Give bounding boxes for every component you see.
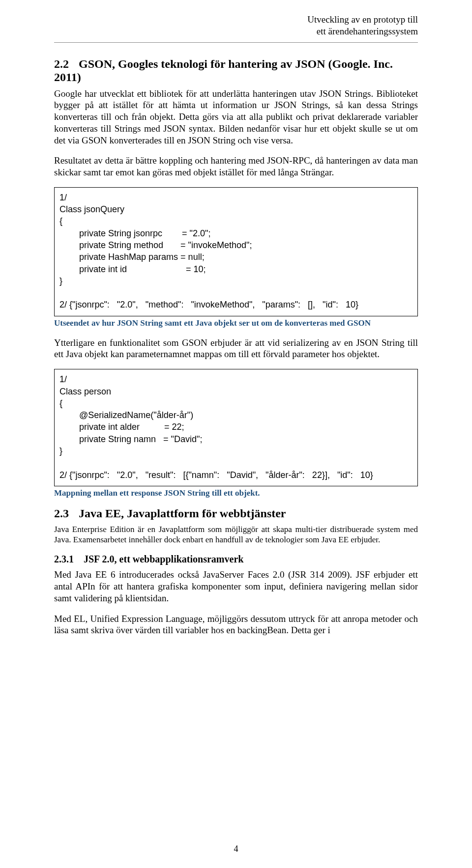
section-2-3-1-heading: 2.3.1JSF 2.0, ett webbapplikationsramver… bbox=[54, 554, 418, 565]
code-box-person: 1/ Class person { @SerializedName("ålder… bbox=[54, 369, 418, 486]
section-title: GSON, Googles teknologi för hantering av… bbox=[54, 57, 393, 84]
header-line-1: Utveckling av en prototyp till bbox=[54, 14, 418, 26]
section-2-3-1-paragraph-1: Med Java EE 6 introducerades också JavaS… bbox=[54, 569, 418, 604]
code-box-jsonquery: 1/ Class jsonQuery { private String json… bbox=[54, 187, 418, 316]
section-2-2-paragraph-2: Resultatet av detta är bättre koppling o… bbox=[54, 155, 418, 178]
section-number: 2.2 bbox=[54, 57, 69, 71]
header-rule bbox=[54, 42, 418, 43]
section-2-2-heading: 2.2GSON, Googles teknologi för hantering… bbox=[54, 57, 418, 84]
section-2-2-paragraph-1: Google har utvecklat ett bibliotek för a… bbox=[54, 88, 418, 146]
page-header: Utveckling av en prototyp till ett ärend… bbox=[54, 14, 418, 37]
code-caption-2: Mappning mellan ett response JSON String… bbox=[54, 488, 418, 498]
page-number: 4 bbox=[0, 844, 472, 854]
subsection-title: JSF 2.0, ett webbapplikationsramverk bbox=[84, 554, 243, 564]
section-2-3-heading: 2.3Java EE, Javaplattform för webbtjänst… bbox=[54, 507, 418, 520]
section-2-3-intro: Java Enterprise Edition är en Javaplattf… bbox=[54, 524, 418, 545]
section-2-3-1-paragraph-2: Med EL, Unified Expression Language, möj… bbox=[54, 613, 418, 637]
section-number: 2.3 bbox=[54, 507, 69, 520]
section-2-2-paragraph-3: Ytterligare en funktionalitet som GSON e… bbox=[54, 337, 418, 361]
subsection-number: 2.3.1 bbox=[54, 554, 74, 565]
header-line-2: ett ärendehanteringssystem bbox=[54, 26, 418, 37]
code-caption-1: Utseendet av hur JSON String samt ett Ja… bbox=[54, 318, 418, 328]
section-title: Java EE, Javaplattform för webbtjänster bbox=[79, 507, 286, 520]
page: Utveckling av en prototyp till ett ärend… bbox=[0, 0, 472, 868]
